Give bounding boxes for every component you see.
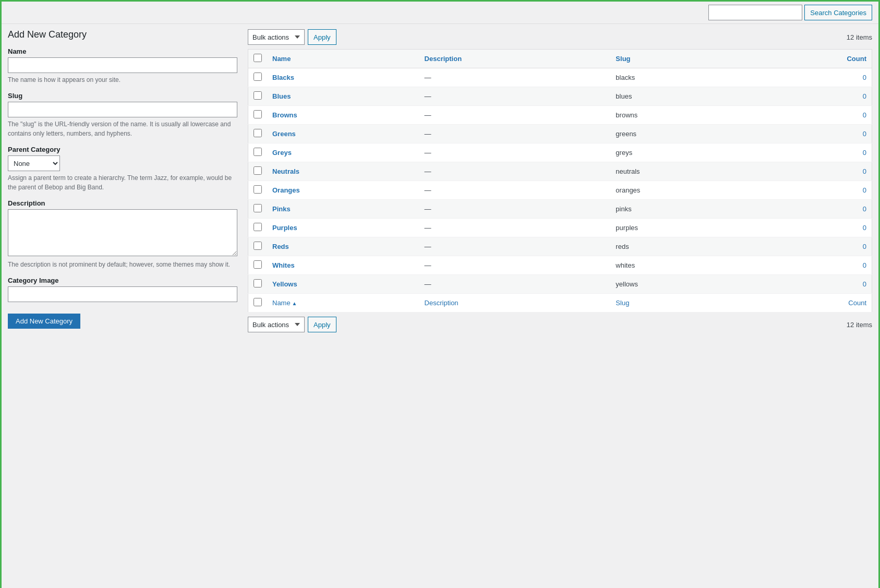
row-slug-cell: reds (610, 237, 750, 256)
row-name-cell: Greens (267, 125, 419, 143)
tf-description: Description (419, 294, 611, 313)
toolbar-left-bottom: Bulk actions Apply (248, 317, 336, 332)
th-name[interactable]: Name (267, 50, 419, 68)
category-name-link[interactable]: Purples (272, 224, 297, 232)
description-sort-link[interactable]: Description (425, 55, 462, 63)
row-checkbox[interactable] (254, 91, 262, 100)
row-check-cell (248, 162, 268, 181)
category-image-label: Category Image (8, 277, 237, 284)
parent-category-select[interactable]: None (8, 155, 60, 171)
tf-count: Count (751, 294, 872, 313)
tf-check (248, 294, 268, 313)
th-check (248, 50, 268, 68)
table-row: Purples — purples 0 (248, 219, 872, 237)
bulk-actions-select-top[interactable]: Bulk actions (248, 29, 305, 45)
count-sort-link-footer[interactable]: Count (848, 299, 866, 307)
row-count-cell: 0 (751, 162, 872, 181)
parent-category-label: Parent Category (8, 146, 237, 153)
apply-button-top[interactable]: Apply (308, 29, 336, 45)
row-check-cell (248, 125, 268, 143)
row-checkbox[interactable] (254, 242, 262, 250)
name-input[interactable] (8, 57, 237, 73)
count-sort-link[interactable]: Count (847, 55, 866, 63)
select-all-checkbox[interactable] (254, 54, 262, 62)
row-checkbox[interactable] (254, 129, 262, 137)
row-description-cell: — (419, 125, 611, 143)
search-categories-button[interactable]: Search Categories (804, 5, 872, 20)
bulk-actions-select-bottom[interactable]: Bulk actions (248, 317, 305, 332)
add-new-category-title: Add New Category (8, 29, 237, 40)
slug-hint: The "slug" is the URL-friendly version o… (8, 119, 237, 138)
description-sort-link-footer[interactable]: Description (425, 299, 459, 307)
row-slug-cell: pinks (610, 200, 750, 219)
category-name-link[interactable]: Browns (272, 111, 297, 119)
categories-tbody: Blacks — blacks 0 Blues — blues 0 Browns… (248, 68, 872, 294)
table-row: Yellows — yellows 0 (248, 275, 872, 294)
tf-slug: Slug (610, 294, 750, 313)
table-row: Neutrals — neutrals 0 (248, 162, 872, 181)
category-name-link[interactable]: Pinks (272, 205, 291, 213)
description-textarea[interactable] (8, 209, 237, 256)
category-name-link[interactable]: Greys (272, 149, 292, 157)
row-checkbox[interactable] (254, 166, 262, 175)
category-name-link[interactable]: Blues (272, 92, 291, 100)
row-description-cell: — (419, 219, 611, 237)
row-slug-cell: blacks (610, 68, 750, 87)
row-checkbox[interactable] (254, 148, 262, 156)
right-panel: Bulk actions Apply 12 items Name (248, 29, 872, 584)
row-name-cell: Purples (267, 219, 419, 237)
table-row: Blacks — blacks 0 (248, 68, 872, 87)
name-sort-link[interactable]: Name (272, 55, 291, 63)
row-checkbox[interactable] (254, 185, 262, 194)
row-slug-cell: blues (610, 87, 750, 106)
slug-input[interactable] (8, 102, 237, 117)
row-count-cell: 0 (751, 200, 872, 219)
category-name-link[interactable]: Whites (272, 261, 295, 269)
top-bar: Search Categories (2, 2, 878, 24)
row-count-cell: 0 (751, 275, 872, 294)
toolbar-left: Bulk actions Apply (248, 29, 336, 45)
row-checkbox[interactable] (254, 204, 262, 212)
row-count-cell: 0 (751, 106, 872, 125)
category-name-link[interactable]: Yellows (272, 280, 297, 288)
name-hint: The name is how it appears on your site. (8, 75, 237, 85)
row-slug-cell: greens (610, 125, 750, 143)
row-checkbox[interactable] (254, 73, 262, 81)
add-new-category-button[interactable]: Add New Category (8, 314, 80, 329)
description-hint: The description is not prominent by defa… (8, 260, 237, 269)
apply-button-bottom[interactable]: Apply (308, 317, 336, 332)
name-label: Name (8, 47, 237, 55)
row-slug-cell: yellows (610, 275, 750, 294)
row-description-cell: — (419, 275, 611, 294)
row-description-cell: — (419, 68, 611, 87)
search-categories-input[interactable] (708, 5, 802, 20)
category-name-link[interactable]: Blacks (272, 74, 294, 81)
category-name-link[interactable]: Neutrals (272, 167, 299, 175)
row-slug-cell: purples (610, 219, 750, 237)
row-count-cell: 0 (751, 237, 872, 256)
slug-label: Slug (8, 92, 237, 100)
category-image-input[interactable] (8, 286, 237, 302)
row-description-cell: — (419, 200, 611, 219)
category-name-link[interactable]: Reds (272, 243, 289, 250)
row-name-cell: Pinks (267, 200, 419, 219)
tf-name: Name (267, 294, 419, 313)
slug-sort-link-footer[interactable]: Slug (616, 299, 629, 307)
category-name-link[interactable]: Greens (272, 130, 296, 138)
page-wrapper: Search Categories Add New Category Name … (2, 2, 878, 588)
row-checkbox[interactable] (254, 279, 262, 287)
row-checkbox[interactable] (254, 260, 262, 269)
category-name-link[interactable]: Oranges (272, 186, 300, 194)
select-all-checkbox-footer[interactable] (254, 298, 262, 306)
name-sort-link-footer[interactable]: Name (272, 299, 297, 307)
row-slug-cell: whites (610, 256, 750, 275)
row-checkbox[interactable] (254, 223, 262, 231)
row-checkbox[interactable] (254, 110, 262, 118)
row-name-cell: Whites (267, 256, 419, 275)
slug-sort-link[interactable]: Slug (616, 55, 630, 63)
items-count-top: 12 items (847, 33, 872, 41)
row-check-cell (248, 87, 268, 106)
table-row: Greens — greens 0 (248, 125, 872, 143)
row-slug-cell: neutrals (610, 162, 750, 181)
table-footer-row: Name Description Slug Count (248, 294, 872, 313)
